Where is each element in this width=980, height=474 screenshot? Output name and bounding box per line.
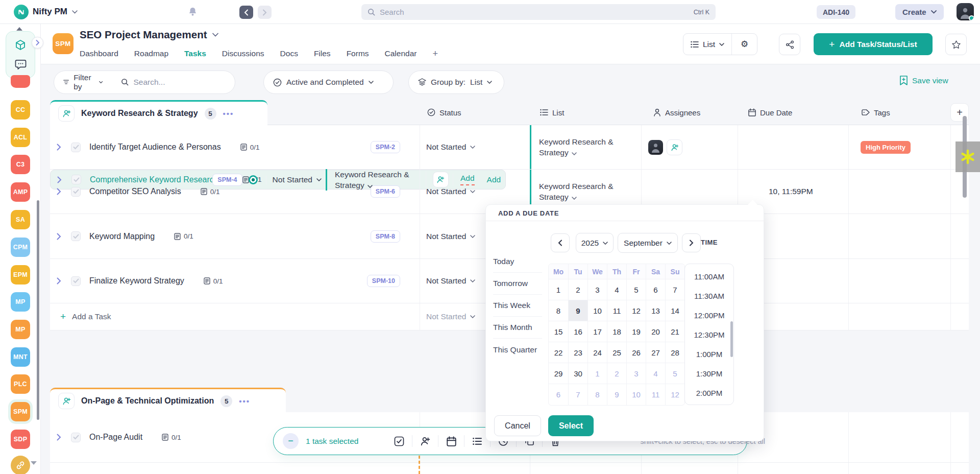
day-cell[interactable]: 1	[549, 279, 568, 300]
day-cell-today[interactable]: 9	[568, 300, 587, 321]
time-option[interactable]: 11:30AM	[685, 286, 733, 305]
time-option[interactable]: 1:00PM	[685, 344, 733, 364]
tab-forms[interactable]: Forms	[347, 49, 369, 58]
task-search-input[interactable]	[133, 78, 235, 87]
day-cell[interactable]: 24	[587, 342, 607, 363]
tab-files[interactable]: Files	[314, 49, 331, 58]
expand-row-icon[interactable]	[57, 434, 61, 441]
prev-month-button[interactable]	[551, 233, 570, 252]
day-cell[interactable]: 4	[607, 279, 626, 300]
project-tile-amp[interactable]: AMP	[11, 182, 30, 202]
column-header-assignees[interactable]: Assignees	[641, 100, 738, 125]
add-task-status-list-button[interactable]: + Add Task/Status/List	[814, 33, 933, 55]
section-more-icon[interactable]: •••	[239, 397, 250, 406]
assignees-cell[interactable]	[641, 125, 738, 169]
day-cell[interactable]: 15	[549, 321, 568, 342]
tag-high-priority[interactable]: High Priority	[861, 141, 911, 154]
bulk-due-date-calendar-icon[interactable]	[442, 432, 460, 451]
task-checkbox[interactable]	[71, 433, 81, 442]
time-option[interactable]: 1:30PM	[685, 364, 733, 383]
project-tile-sa[interactable]: SA	[11, 210, 30, 229]
section-tab-onpage-optimization[interactable]: On-Page & Technical Optimization 5 •••	[50, 388, 286, 413]
assignee-avatar[interactable]	[648, 140, 663, 155]
tags-cell[interactable]	[848, 259, 950, 303]
task-checkbox[interactable]	[71, 187, 81, 197]
month-select[interactable]: September	[618, 233, 678, 253]
bulk-move-list-icon[interactable]	[468, 432, 486, 451]
day-cell[interactable]: 2	[568, 279, 587, 300]
day-cell-next-month[interactable]: 9	[607, 384, 626, 405]
day-cell[interactable]: 30	[568, 363, 587, 384]
task-checkbox[interactable]	[71, 276, 81, 286]
status-filter-dropdown[interactable]: Active and Completed	[263, 70, 394, 94]
task-row[interactable]: Identify Target Audience & Personas 0/1 …	[50, 125, 969, 170]
shortcut-tomorrow[interactable]: Tomorrow	[493, 273, 542, 295]
rail-scroll-down-icon[interactable]	[31, 461, 37, 465]
favorite-star-button[interactable]	[945, 34, 967, 55]
day-cell-next-month[interactable]: 11	[646, 384, 665, 405]
bulk-assign-icon[interactable]	[416, 432, 434, 451]
view-select[interactable]: List	[683, 34, 731, 55]
project-tile-c3[interactable]: C3	[11, 155, 30, 174]
expand-row-icon[interactable]	[57, 188, 61, 195]
history-forward-button[interactable]	[258, 6, 272, 19]
day-cell[interactable]: 20	[646, 321, 665, 342]
project-tile-cpm[interactable]: CPM	[11, 238, 30, 257]
day-cell-next-month[interactable]: 3	[626, 363, 646, 384]
day-cell-next-month[interactable]: 1	[587, 363, 607, 384]
spaces-cube-icon[interactable]	[15, 39, 26, 51]
bulk-status-checkbox-icon[interactable]	[390, 432, 408, 451]
day-cell[interactable]: 7	[665, 279, 684, 300]
day-cell[interactable]: 17	[587, 321, 607, 342]
time-option[interactable]: 11:00AM	[685, 267, 733, 286]
column-header-tags[interactable]: Tags	[848, 100, 950, 125]
chat-icon[interactable]	[15, 59, 27, 70]
project-tile-mnt[interactable]: MNT	[11, 347, 30, 367]
day-cell[interactable]: 12	[626, 300, 646, 321]
project-tile-spm-active[interactable]: SPM	[11, 402, 30, 421]
year-select[interactable]: 2025	[576, 233, 614, 253]
rail-scrollbar[interactable]	[37, 200, 39, 420]
day-cell[interactable]: 23	[568, 342, 587, 363]
section-assign-icon[interactable]	[58, 393, 75, 409]
day-cell[interactable]: 21	[665, 321, 684, 342]
project-tile-epm[interactable]: EPM	[11, 265, 30, 285]
project-icon[interactable]: SPM	[53, 33, 74, 54]
save-view-button[interactable]: Save view	[899, 76, 948, 85]
day-cell[interactable]: 25	[607, 342, 626, 363]
cancel-button[interactable]: Cancel	[494, 415, 541, 436]
day-cell[interactable]: 6	[646, 279, 665, 300]
status-cell[interactable]: Not Started	[420, 125, 530, 169]
asterisk-overlay-widget[interactable]	[955, 141, 980, 172]
day-cell[interactable]: 14	[665, 300, 684, 321]
select-button[interactable]: Select	[548, 415, 594, 436]
tags-cell[interactable]	[848, 214, 950, 258]
day-cell[interactable]: 16	[568, 321, 587, 342]
day-cell-next-month[interactable]: 4	[646, 363, 665, 384]
add-task-label[interactable]: Add a Task	[72, 312, 111, 321]
day-cell-next-month[interactable]: 7	[568, 384, 587, 405]
deselect-minus-icon[interactable]: −	[283, 433, 299, 449]
due-date-cell[interactable]	[738, 125, 848, 169]
share-button[interactable]	[779, 34, 800, 55]
day-cell[interactable]: 3	[587, 279, 607, 300]
task-checkbox[interactable]	[71, 143, 81, 152]
day-cell[interactable]: 10	[587, 300, 607, 321]
project-tile-cc[interactable]: CC	[11, 100, 30, 120]
project-tile-sdp[interactable]: SDP	[11, 430, 30, 449]
time-option[interactable]: 12:30PM	[685, 325, 733, 344]
project-tile-acl[interactable]: ACL	[11, 128, 30, 147]
day-cell-next-month[interactable]: 6	[549, 384, 568, 405]
time-option[interactable]: 12:00PM	[685, 305, 733, 325]
task-id-badge[interactable]: SPM-10	[367, 275, 400, 287]
task-title[interactable]: On-Page Audit	[89, 433, 142, 442]
day-cell[interactable]: 5	[626, 279, 646, 300]
task-title[interactable]: Keyword Mapping	[89, 232, 155, 241]
expand-row-icon[interactable]	[57, 233, 61, 240]
task-id-badge[interactable]: SPM-2	[371, 141, 400, 153]
day-cell[interactable]: 28	[665, 342, 684, 363]
expand-row-icon[interactable]	[57, 144, 61, 151]
workspace-switcher[interactable]: Nifty PM	[33, 7, 78, 17]
section-assign-icon[interactable]	[58, 105, 75, 122]
day-cell[interactable]: 13	[646, 300, 665, 321]
